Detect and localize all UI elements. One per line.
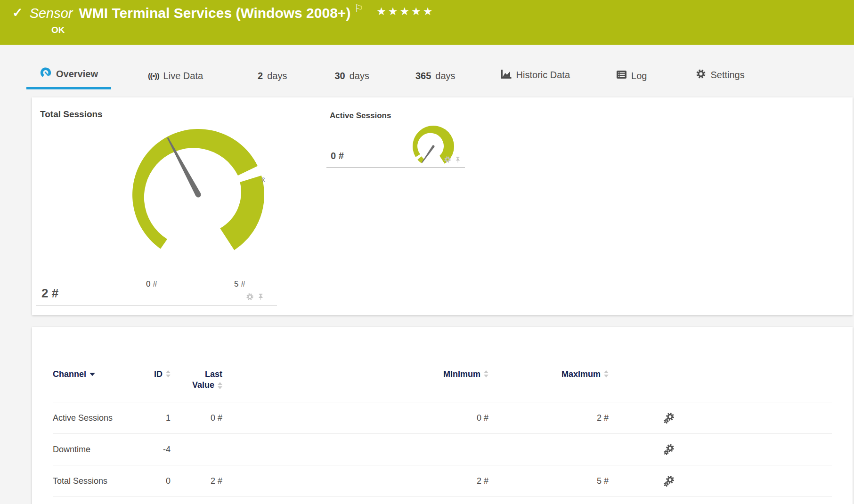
active-sessions-module-actions [444, 156, 461, 163]
table-row-total-sessions[interactable]: Total Sessions 0 2 # 2 # 5 # [53, 465, 832, 497]
cell-max: 5 # [488, 476, 609, 486]
tab-label-number: 2 [258, 71, 263, 81]
column-label: Last [205, 369, 222, 379]
gauge-title-total-sessions: Total Sessions [40, 109, 103, 120]
sort-desc-icon [89, 373, 95, 376]
total-sessions-gauge [128, 122, 269, 263]
tab-bar: Overview ((•)) Live Data 2 days 30 days … [0, 64, 758, 89]
log-icon [616, 70, 627, 81]
gauge-title-active-sessions: Active Sessions [330, 111, 391, 120]
column-header-last-value[interactable]: Last Value [171, 369, 222, 390]
cell-last: 0 # [171, 413, 222, 423]
page-title: WMI Terminal Services (Windows 2008+) [79, 4, 351, 22]
active-sessions-value: 0 # [331, 151, 344, 161]
pin-icon[interactable] [455, 156, 461, 163]
sort-carets-icon [218, 382, 222, 389]
tab-settings[interactable]: Settings [683, 69, 757, 89]
column-label: ID [154, 369, 163, 379]
tab-overview[interactable]: Overview [26, 67, 111, 89]
status-ok-check-icon: ✓ [12, 4, 23, 21]
tab-label: days [350, 71, 369, 81]
tab-historic-data[interactable]: Historic Data [488, 69, 583, 89]
cell-channel: Active Sessions [53, 413, 147, 423]
gauge-min-label: 0 # [146, 280, 157, 289]
tab-365-days[interactable]: 365 days [402, 71, 469, 89]
gauges-panel: Total Sessions x̄ 2 # 0 # 5 # [32, 97, 853, 315]
tab-label: Log [631, 71, 647, 81]
gauge-average-marker: x̄ [261, 176, 265, 184]
gauge-max-label: 5 # [234, 280, 245, 289]
sort-carets-icon [604, 370, 609, 377]
tab-2-days[interactable]: 2 days [244, 71, 300, 89]
gear-icon [696, 69, 706, 81]
column-header-id[interactable]: ID [147, 369, 171, 390]
gauge-needle [422, 146, 434, 163]
tab-label-number: 30 [334, 71, 345, 81]
tab-log[interactable]: Log [603, 70, 660, 89]
tab-30-days[interactable]: 30 days [321, 71, 382, 89]
channel-settings-gears-icon[interactable] [663, 475, 677, 487]
channel-table-header: Channel ID Last Value [53, 360, 832, 402]
priority-stars[interactable]: ★★★★★ [376, 5, 434, 18]
cell-channel: Downtime [53, 445, 147, 455]
column-header-maximum[interactable]: Maximum [488, 369, 609, 390]
sensor-header: ✓ Sensor WMI Terminal Services (Windows … [0, 0, 854, 45]
status-badge: OK [51, 25, 65, 35]
total-sessions-module-actions [246, 293, 264, 301]
table-row-active-sessions[interactable]: Active Sessions 1 0 # 0 # 2 # [53, 402, 832, 434]
channel-settings-gears-icon[interactable] [663, 412, 677, 424]
gauge-icon [40, 67, 52, 81]
object-type-label: Sensor [30, 4, 73, 22]
channel-table: Channel ID Last Value [53, 360, 832, 497]
flag-icon[interactable]: ⚐ [354, 3, 363, 14]
total-sessions-value: 2 # [41, 286, 58, 301]
cell-min: 2 # [222, 476, 488, 486]
cell-id: 1 [147, 413, 171, 423]
cell-last: 2 # [171, 476, 222, 486]
channels-panel: Channel ID Last Value [32, 327, 853, 504]
gear-icon[interactable] [246, 293, 254, 301]
sort-carets-icon [166, 370, 171, 377]
column-header-minimum[interactable]: Minimum [222, 369, 488, 390]
module-divider [326, 167, 465, 168]
channel-settings-gears-icon[interactable] [663, 444, 677, 456]
table-row-downtime[interactable]: Downtime -4 [53, 434, 832, 465]
tab-label: Live Data [163, 71, 203, 81]
cell-id: -4 [147, 445, 171, 455]
cell-min: 0 # [222, 413, 488, 423]
gear-icon[interactable] [444, 156, 451, 163]
tab-label: Historic Data [516, 70, 570, 80]
column-label: Value [192, 380, 214, 390]
sort-carets-icon [484, 370, 488, 377]
column-label: Channel [53, 369, 86, 379]
tab-label: Settings [710, 70, 744, 80]
cell-id: 0 [147, 476, 171, 486]
live-data-icon: ((•)) [148, 72, 159, 81]
column-label: Maximum [561, 369, 601, 379]
historic-data-icon [501, 69, 512, 81]
sensor-title-row: ✓ Sensor WMI Terminal Services (Windows … [12, 4, 434, 22]
tab-live-data[interactable]: ((•)) Live Data [135, 71, 216, 89]
module-divider [36, 305, 277, 305]
cell-max: 2 # [488, 413, 609, 423]
cell-channel: Total Sessions [53, 476, 147, 486]
tab-label-number: 365 [415, 71, 431, 81]
tab-label: Overview [56, 69, 98, 80]
tab-label: days [435, 71, 455, 81]
sensor-page: ✓ Sensor WMI Terminal Services (Windows … [0, 0, 854, 504]
column-label: Minimum [443, 369, 480, 379]
tab-label: days [267, 71, 287, 81]
pin-icon[interactable] [257, 293, 264, 301]
column-header-channel[interactable]: Channel [53, 369, 147, 390]
